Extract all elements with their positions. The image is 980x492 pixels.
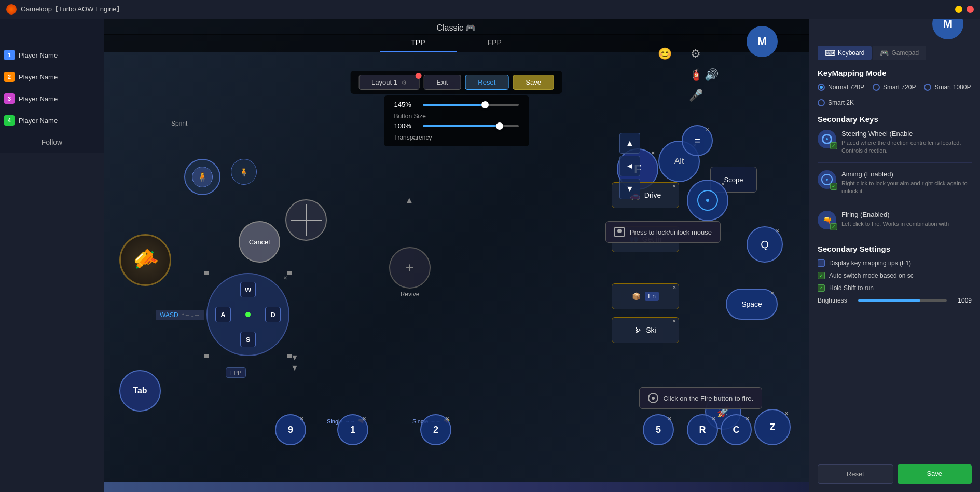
wasd-close[interactable]: ✕: [283, 275, 287, 281]
follow-button[interactable]: Follow: [0, 132, 104, 153]
open-button[interactable]: 📦 En ✕: [612, 283, 679, 309]
tab-fpp[interactable]: FPP: [457, 34, 533, 52]
r-close[interactable]: ✕: [712, 416, 716, 421]
display-tips-checkbox[interactable]: [818, 259, 825, 267]
speaker-icon[interactable]: 🔊: [702, 65, 721, 84]
save-layout-button[interactable]: Save: [513, 75, 554, 90]
aim-circle[interactable]: ✕: [687, 180, 728, 221]
arrow-up[interactable]: ▲: [405, 195, 414, 206]
q-close[interactable]: ✕: [776, 228, 780, 234]
slot-1-close[interactable]: ✕: [362, 416, 366, 421]
resize-handle-bl[interactable]: [204, 354, 209, 358]
r-key-circle[interactable]: R ✕: [687, 414, 718, 445]
key-w[interactable]: W: [240, 282, 256, 297]
slot-1[interactable]: 1 ✕: [337, 414, 368, 445]
fpp-badge[interactable]: FPP: [226, 367, 246, 378]
key-s[interactable]: S: [240, 332, 256, 347]
resize-handle-tr[interactable]: [287, 271, 292, 275]
slot-9-close[interactable]: ✕: [300, 416, 304, 421]
panel-save-button[interactable]: Save: [898, 464, 972, 484]
space-key-button[interactable]: Space ✕: [726, 289, 778, 320]
slot-5[interactable]: 5 ✕: [643, 414, 674, 445]
mode-smart1080-radio[interactable]: [924, 84, 931, 91]
c-key-slot[interactable]: C ✕: [721, 414, 752, 445]
space-close[interactable]: ✕: [770, 291, 775, 296]
r-key-slot[interactable]: R ✕: [687, 414, 718, 445]
player-item-3[interactable]: 3 Player Name: [0, 88, 104, 109]
slot-2-circle[interactable]: 2 ✕: [420, 414, 451, 445]
button-size-track[interactable]: [423, 104, 519, 106]
brightness-track[interactable]: [858, 299, 947, 302]
transparency-thumb[interactable]: [496, 122, 503, 130]
mode-smart1080[interactable]: Smart 1080P: [924, 84, 971, 91]
crosshair-button[interactable]: [285, 199, 327, 241]
equals-close[interactable]: ✕: [706, 127, 710, 132]
ski-close[interactable]: ✕: [672, 319, 677, 324]
hold-shift-checkbox[interactable]: [818, 284, 825, 292]
player-item-4[interactable]: 4 Player Name: [0, 110, 104, 131]
minimize-button[interactable]: [955, 6, 962, 13]
mode-smart2k-radio[interactable]: [818, 99, 825, 106]
c-close[interactable]: ✕: [746, 416, 750, 421]
slot-5-close[interactable]: ✕: [668, 416, 672, 421]
cancel-button[interactable]: Cancel: [239, 221, 280, 263]
z-close[interactable]: ✕: [784, 411, 789, 416]
player-item-2[interactable]: 2 Player Name: [0, 66, 104, 87]
layout1-button[interactable]: Layout 1 ⚙: [358, 75, 420, 90]
steering-wheel-icon: ✓: [818, 130, 836, 148]
button-size-thumb[interactable]: [481, 101, 489, 108]
reset-layout-button[interactable]: Reset: [465, 75, 508, 90]
fire-tooltip: Click on the Fire button to fire.: [639, 387, 762, 409]
arrow-down-btn[interactable]: ▼: [619, 179, 640, 199]
secondary-settings-title: Secondary Settings: [818, 244, 972, 253]
tab-key-button[interactable]: Tab: [119, 370, 161, 412]
slot-2[interactable]: 2 ✕: [420, 414, 451, 445]
exit-button[interactable]: Exit: [424, 75, 461, 90]
transparency-track[interactable]: [423, 125, 519, 127]
auto-switch-checkbox[interactable]: [818, 272, 825, 279]
arrow-up-btn[interactable]: ▲: [619, 133, 640, 154]
fire-mouse-icon: [648, 393, 658, 403]
mode-smart2k[interactable]: Smart 2K: [818, 99, 854, 106]
slot-2-close[interactable]: ✕: [445, 416, 449, 421]
mode-smart720-radio[interactable]: [873, 84, 880, 91]
equals-button[interactable]: = ✕: [682, 125, 713, 156]
button-size-fill: [423, 104, 485, 106]
microphone-icon[interactable]: 🎤: [686, 86, 705, 105]
user-avatar[interactable]: M: [747, 26, 778, 57]
panel-reset-button[interactable]: Reset: [818, 464, 893, 484]
tab-tpp[interactable]: TPP: [380, 34, 456, 52]
c-key-circle[interactable]: C ✕: [721, 414, 752, 445]
z-key-circle[interactable]: Z ✕: [754, 409, 791, 445]
mode-normal720-radio[interactable]: [818, 84, 825, 91]
transparency-fill: [423, 125, 500, 127]
slot-5-circle[interactable]: 5 ✕: [643, 414, 674, 445]
drive-close[interactable]: ✕: [672, 184, 677, 189]
q-key-button[interactable]: Q ✕: [747, 226, 783, 263]
mode-smart720[interactable]: Smart 720P: [873, 84, 916, 91]
slot-9[interactable]: 9 ✕: [275, 414, 306, 445]
arrow-left-btn[interactable]: ◄: [619, 156, 640, 176]
z-key-slot[interactable]: Z ✕: [754, 409, 791, 445]
gamepad-tab[interactable]: 🎮 Gamepad: [873, 46, 926, 60]
key-d[interactable]: D: [265, 307, 281, 322]
mode-normal720[interactable]: Normal 720P: [818, 84, 864, 91]
arrow-down[interactable]: ▼ ▼: [291, 353, 299, 373]
settings-icon[interactable]: ⚙: [686, 45, 705, 63]
close-button[interactable]: [967, 6, 974, 13]
player-item-1[interactable]: 1 Player Name: [0, 45, 104, 65]
smiley-icon[interactable]: 😊: [655, 45, 674, 63]
key-a[interactable]: A: [215, 307, 231, 322]
aiming-item: ✓ Aiming (Enabled) Right click to lock y…: [818, 170, 972, 203]
slot-9-circle[interactable]: 9 ✕: [275, 414, 306, 445]
ski-button[interactable]: ⛷ Ski ✕: [612, 317, 679, 343]
keyboard-tab[interactable]: ⌨ Keyboard: [818, 46, 872, 60]
open-close[interactable]: ✕: [672, 285, 677, 290]
wasd-control[interactable]: WASD ↑←↓→ W S A D: [156, 273, 289, 356]
app-icon: [6, 4, 17, 15]
aim-close[interactable]: ✕: [721, 182, 725, 187]
slot-1-circle[interactable]: 1 ✕: [337, 414, 368, 445]
f-key-close[interactable]: ✕: [651, 151, 655, 156]
resize-handle-tl[interactable]: [204, 271, 209, 275]
revive-circle[interactable]: +: [389, 247, 431, 289]
